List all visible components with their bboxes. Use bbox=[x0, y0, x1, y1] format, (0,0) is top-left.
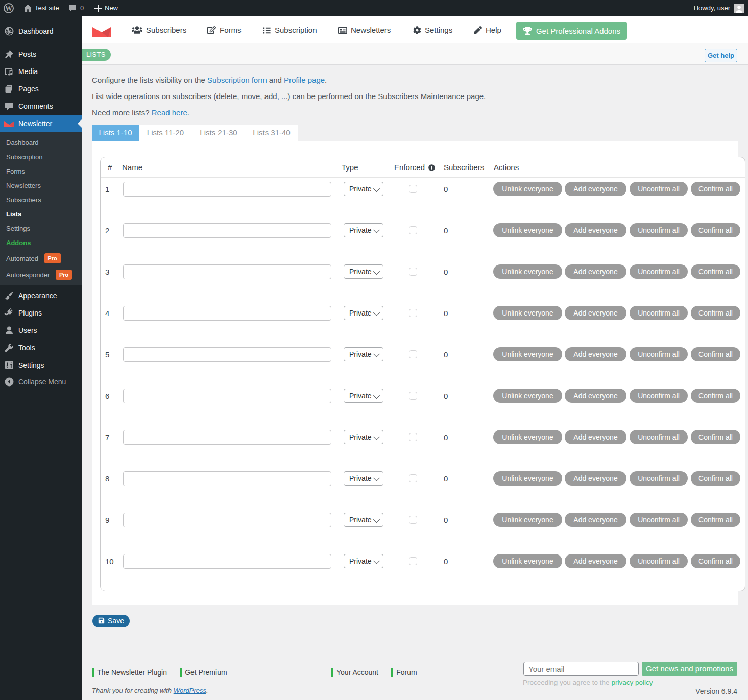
svg-text:W: W bbox=[5, 5, 12, 12]
